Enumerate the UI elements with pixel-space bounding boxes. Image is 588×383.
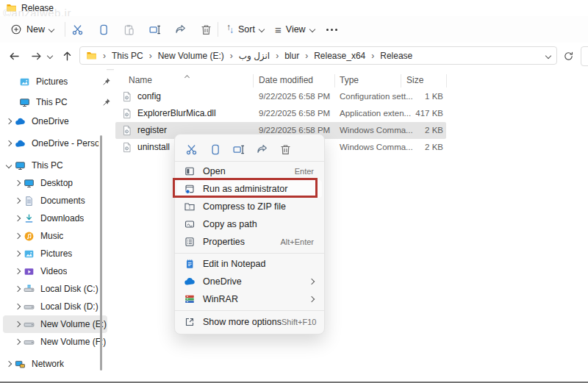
submenu-chevron-icon — [309, 296, 315, 302]
menu-item-winrar[interactable]: WinRAR — [177, 290, 322, 308]
column-header-name[interactable]: Name — [129, 75, 152, 85]
sidebar-item-new-volume-e[interactable]: New Volume (E:) — [3, 315, 107, 333]
column-divider[interactable] — [446, 74, 447, 87]
drive-icon — [24, 319, 35, 330]
sidebar-item-music[interactable]: Music — [3, 227, 107, 245]
chevron-right-icon[interactable] — [12, 251, 24, 256]
column-header-type[interactable]: Type — [340, 75, 359, 85]
menu-item-compress-to-zip[interactable]: Compress to ZIP file — [177, 198, 322, 215]
copy-button[interactable] — [203, 139, 226, 160]
share-button[interactable] — [250, 139, 273, 160]
chevron-right-icon[interactable] — [3, 141, 15, 146]
forward-button[interactable] — [28, 43, 44, 69]
menu-item-onedrive[interactable]: OneDrive — [177, 273, 322, 290]
breadcrumb-anzal-web[interactable]: انزل وب — [237, 50, 271, 62]
chevron-right-icon[interactable] — [12, 181, 24, 185]
sidebar-item-this-pc[interactable]: This PC — [3, 157, 98, 174]
sidebar-item-pictures-pinned[interactable]: Pictures — [3, 73, 115, 90]
menu-item-open[interactable]: Open Enter — [177, 162, 322, 180]
delete-button[interactable] — [273, 139, 297, 160]
share-button[interactable] — [171, 16, 190, 43]
chevron-right-icon[interactable] — [12, 304, 24, 309]
share-icon — [174, 24, 187, 36]
breadcrumb-release-x64[interactable]: Release_x64 — [312, 50, 367, 62]
zip-folder-icon — [184, 201, 196, 212]
rename-icon — [148, 24, 161, 36]
sidebar-item-new-volume-f[interactable]: New Volume (F:) — [3, 333, 107, 351]
sidebar-item-onedrive-personal[interactable]: OneDrive - Personal — [3, 135, 98, 152]
new-button[interactable]: New — [10, 16, 54, 43]
view-button[interactable]: ≡ View — [275, 16, 315, 43]
delete-button[interactable] — [196, 16, 215, 43]
recent-locations-button[interactable] — [44, 43, 56, 69]
breadcrumb-blur[interactable]: blur — [283, 50, 301, 62]
onedrive-cloud-icon — [184, 276, 196, 287]
see-more-button[interactable] — [322, 16, 341, 43]
column-header-date-modified[interactable]: Date modified — [259, 75, 313, 85]
breadcrumb-release[interactable]: Release — [379, 50, 414, 62]
chevron-right-icon[interactable] — [12, 198, 24, 203]
chevron-right-icon[interactable] — [12, 287, 24, 291]
chevron-right-icon[interactable] — [12, 340, 24, 344]
cut-button[interactable] — [179, 139, 203, 160]
sidebar-item-label: Pictures — [40, 248, 72, 259]
see-more-icon — [326, 29, 337, 31]
sort-button[interactable]: ↑↓ Sort — [226, 16, 264, 43]
sidebar-item-network[interactable]: Network — [3, 355, 98, 373]
sidebar-scrollbar[interactable] — [100, 135, 102, 371]
sidebar-item-downloads[interactable]: Downloads — [3, 210, 107, 227]
chevron-right-icon[interactable] — [3, 362, 15, 366]
window-tab[interactable]: Release — [6, 2, 54, 13]
sidebar-item-local-disk-c[interactable]: Local Disk (C:) — [3, 280, 107, 298]
pin-icon — [102, 77, 111, 86]
menu-item-label: Show more options — [203, 317, 282, 327]
back-button[interactable] — [6, 43, 22, 69]
chevron-right-icon[interactable] — [12, 216, 24, 221]
cut-button[interactable] — [68, 16, 87, 43]
address-dropdown-chevron-icon[interactable] — [545, 52, 551, 58]
file-date: 9/22/2025 6:58 PM — [259, 92, 330, 101]
sidebar-item-desktop[interactable]: Desktop — [3, 174, 107, 192]
pin-icon — [102, 98, 111, 107]
paste-button[interactable] — [119, 16, 138, 43]
breadcrumb-this-pc[interactable]: This PC — [110, 50, 145, 62]
menu-item-edit-in-notepad[interactable]: Edit in Notepad — [177, 255, 322, 273]
menu-item-copy-as-path[interactable]: Copy as path — [177, 215, 322, 233]
context-menu-quick-actions — [175, 138, 324, 160]
column-divider[interactable] — [334, 74, 335, 87]
chevron-right-icon[interactable] — [12, 234, 24, 238]
rename-button[interactable] — [145, 16, 164, 43]
sidebar-item-local-disk-d[interactable]: Local Disk (D:) — [3, 298, 107, 315]
sidebar-item-documents[interactable]: Documents — [3, 192, 107, 210]
chevron-down-icon[interactable] — [3, 163, 15, 168]
sidebar-item-pictures[interactable]: Pictures — [3, 245, 107, 262]
chevron-right-icon[interactable] — [3, 119, 15, 124]
rename-button[interactable] — [226, 139, 250, 160]
column-header-size[interactable]: Size — [406, 75, 423, 85]
menu-item-label: Edit in Notepad — [203, 259, 314, 269]
search-input[interactable] — [581, 46, 588, 66]
sidebar-item-videos[interactable]: Videos — [3, 262, 107, 280]
file-row-config[interactable]: config 9/22/2025 6:58 PM Configuration s… — [115, 88, 446, 105]
sidebar-item-label: Desktop — [40, 178, 73, 188]
refresh-button[interactable] — [560, 43, 576, 69]
address-bar[interactable]: › This PC › New Volume (E:) › انزل وب › … — [79, 46, 557, 65]
menu-item-properties[interactable]: Properties Alt+Enter — [177, 233, 322, 251]
chevron-right-icon[interactable] — [12, 269, 24, 273]
breadcrumb-new-volume-e[interactable]: New Volume (E:) — [157, 50, 226, 62]
sidebar-item-label: OneDrive — [32, 116, 69, 126]
file-row-explorerblurmica-dll[interactable]: ExplorerBlurMica.dll 9/22/2025 6:58 PM A… — [115, 105, 446, 122]
sidebar-item-onedrive[interactable]: OneDrive — [3, 112, 98, 130]
sidebar-item-this-pc-pinned[interactable]: This PC — [3, 93, 115, 111]
menu-item-show-more-options[interactable]: Show more options Shift+F10 — [177, 313, 322, 331]
column-divider[interactable] — [401, 74, 401, 87]
chevron-right-icon[interactable] — [12, 322, 24, 326]
menu-item-run-as-administrator[interactable]: Run as administrator — [177, 180, 322, 198]
copy-button[interactable] — [93, 16, 112, 43]
breadcrumb-separator: › — [98, 51, 110, 61]
file-size: 1 KB — [386, 92, 443, 101]
tab-title: Release — [21, 3, 54, 13]
menu-item-label: Copy as path — [203, 219, 314, 229]
column-divider[interactable] — [253, 74, 254, 87]
up-button[interactable] — [59, 43, 75, 69]
